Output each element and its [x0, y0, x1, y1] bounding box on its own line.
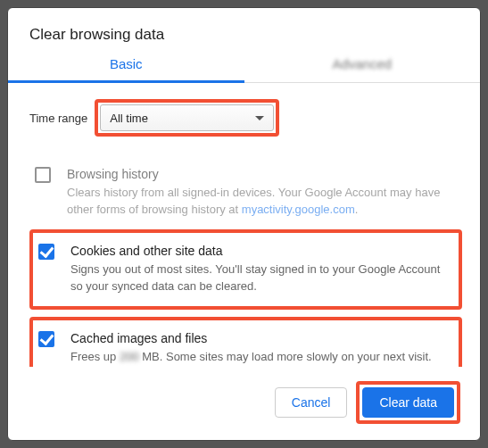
- checkbox-cookies[interactable]: [38, 244, 54, 260]
- checkbox-browsing-history[interactable]: [35, 167, 51, 183]
- time-range-select[interactable]: All time: [100, 104, 274, 131]
- option-desc: Clears history from all signed-in device…: [67, 185, 459, 219]
- option-desc: Frees up 200 MB. Some sites may load mor…: [70, 349, 455, 366]
- highlight-box: All time: [95, 99, 279, 137]
- option-name: Browsing history: [67, 165, 459, 183]
- tab-advanced[interactable]: Advanced: [244, 56, 481, 82]
- option-name: Cached images and files: [70, 329, 455, 347]
- option-name: Cookies and other site data: [70, 242, 455, 260]
- time-range-row: Time range All time: [29, 99, 462, 137]
- dialog-footer: Cancel Clear data: [8, 367, 480, 440]
- button-label: Clear data: [379, 395, 437, 410]
- time-range-value: All time: [110, 112, 148, 125]
- option-browsing-history: Browsing history Clears history from all…: [29, 156, 462, 229]
- option-desc: Signs you out of most sites. You'll stay…: [70, 261, 455, 295]
- dialog-title: Clear browsing data: [8, 8, 480, 56]
- chevron-down-icon: [255, 116, 264, 120]
- time-range-label: Time range: [29, 112, 87, 125]
- checkbox-cache[interactable]: [38, 331, 54, 347]
- cancel-button[interactable]: Cancel: [275, 387, 348, 418]
- dialog-body: Time range All time Browsing history Cle…: [8, 83, 480, 367]
- button-label: Cancel: [292, 395, 331, 410]
- clear-data-button[interactable]: Clear data: [362, 387, 454, 418]
- option-cookies: Cookies and other site data Signs you ou…: [29, 229, 462, 310]
- option-cache: Cached images and files Frees up 200 MB.…: [29, 317, 462, 367]
- clear-browsing-data-dialog: Clear browsing data Basic Advanced Time …: [7, 7, 481, 441]
- tab-label: Advanced: [332, 56, 392, 71]
- tab-label: Basic: [110, 56, 143, 71]
- myactivity-link[interactable]: myactivity.google.com: [242, 203, 355, 216]
- highlight-box: Clear data: [356, 381, 460, 424]
- tab-basic[interactable]: Basic: [8, 56, 244, 82]
- tabs: Basic Advanced: [8, 56, 480, 83]
